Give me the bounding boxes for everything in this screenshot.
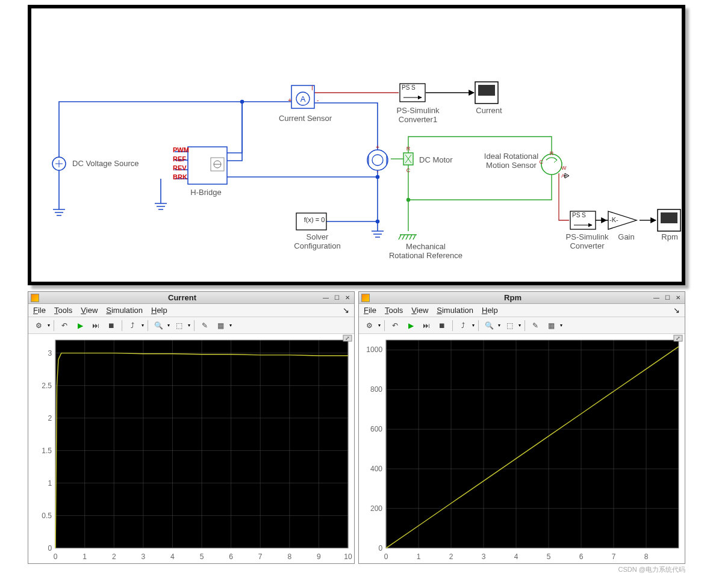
run-icon[interactable]: ▶ [73, 319, 87, 332]
port-ref: REF [173, 155, 186, 162]
close-button[interactable]: ✕ [674, 294, 682, 302]
svg-text:1.5: 1.5 [42, 447, 52, 455]
menu-overflow-icon[interactable]: ↘ [673, 306, 680, 315]
settings-icon[interactable]: ⚙ [363, 319, 376, 332]
svg-rect-34 [661, 212, 677, 223]
gain-text: -K- [609, 216, 618, 223]
app-icon [31, 294, 39, 302]
autoscale-icon[interactable]: ⬚ [503, 319, 516, 332]
menu-overflow-icon[interactable]: ↘ [343, 306, 349, 315]
solver-text: f(x) = 0 [299, 216, 329, 223]
svg-text:1: 1 [48, 479, 52, 487]
ps-conv1-text: PS S [402, 84, 416, 91]
label-mech-rot-ref: Mechanical Rotational Reference [381, 242, 471, 260]
footer-credit: CSDN @电力系统代码 [0, 564, 713, 578]
title-bar-rpm[interactable]: Rpm — ☐ ✕ [359, 292, 685, 304]
measure-icon[interactable]: ▦ [544, 319, 558, 332]
step-forward-icon[interactable]: ⏭ [420, 319, 433, 332]
svg-point-0 [241, 101, 244, 104]
svg-text:0: 0 [54, 552, 58, 561]
menu-bar-rpm: File Tools View Simulation Help ↘ [359, 304, 685, 317]
svg-rect-75 [386, 340, 679, 548]
svg-text:5: 5 [547, 552, 551, 561]
step-back-icon[interactable]: ↶ [58, 319, 71, 332]
svg-text:9: 9 [317, 552, 321, 561]
label-h-bridge: H-Bridge [185, 188, 227, 197]
label-ideal-rot-sensor: Ideal Rotational Motion Sensor [478, 152, 544, 170]
label-rpm-scope: Rpm [655, 232, 685, 241]
toolbar-rpm: ⚙▾ ↶ ▶ ⏭ ⏹ ⤴▾ 🔍▾ ⬚▾ ✎ ▦▾ [359, 317, 685, 334]
svg-text:2: 2 [112, 552, 116, 561]
label-current-scope: Current [471, 106, 507, 115]
menu-tools[interactable]: Tools [385, 306, 403, 315]
maximize-button[interactable]: ☐ [332, 294, 341, 302]
menu-file[interactable]: File [364, 306, 376, 315]
svg-text:+: + [288, 97, 291, 104]
svg-text:8: 8 [287, 552, 291, 561]
scope-window-rpm: Rpm — ☐ ✕ File Tools View Simulation Hel… [358, 291, 685, 564]
svg-text:+: + [376, 144, 379, 150]
svg-text:800: 800 [370, 385, 382, 394]
toolbar-current: ⚙▾ ↶ ▶ ⏭ ⏹ ⤴▾ 🔍▾ ⬚▾ ✎ ▦▾ [28, 317, 354, 334]
menu-view[interactable]: View [81, 306, 98, 315]
menu-simulation[interactable]: Simulation [106, 306, 143, 315]
scope-windows-container: Current — ☐ ✕ File Tools View Simulation… [0, 291, 713, 564]
svg-text:A: A [300, 94, 306, 104]
svg-text:⤢: ⤢ [676, 335, 680, 341]
autoscale-icon[interactable]: ⬚ [172, 319, 185, 332]
menu-view[interactable]: View [411, 306, 428, 315]
svg-text:7: 7 [612, 552, 616, 561]
zoom-icon[interactable]: 🔍 [482, 319, 496, 332]
minimize-button[interactable]: — [322, 294, 330, 302]
cursor-icon[interactable]: ✎ [529, 319, 542, 332]
menu-help[interactable]: Help [151, 306, 167, 315]
stop-icon[interactable]: ⏹ [435, 319, 449, 332]
menu-simulation[interactable]: Simulation [437, 306, 473, 315]
label-solver-config: Solver Configuration [290, 232, 344, 250]
label-dc-voltage-source: DC Voltage Source [72, 159, 139, 168]
step-forward-icon[interactable]: ⏭ [89, 319, 102, 332]
menu-tools[interactable]: Tools [54, 306, 72, 315]
zoom-icon[interactable]: 🔍 [152, 319, 165, 332]
svg-text:-: - [317, 97, 319, 104]
svg-text:-: - [376, 168, 378, 175]
svg-point-3 [407, 199, 410, 202]
simulink-diagram-panel: A I + - + - R C C R W A [28, 5, 685, 285]
plot-area-rpm[interactable]: 01234567802004006008001000⤢ [359, 334, 685, 563]
svg-text:W: W [561, 165, 567, 171]
title-bar-current[interactable]: Current — ☐ ✕ [28, 292, 354, 304]
menu-bar-current: File Tools View Simulation Help ↘ [28, 304, 354, 317]
svg-text:8: 8 [644, 552, 649, 561]
menu-file[interactable]: File [33, 306, 46, 315]
svg-text:400: 400 [370, 465, 382, 473]
svg-text:C: C [406, 167, 411, 173]
stop-icon[interactable]: ⏹ [105, 319, 118, 332]
run-icon[interactable]: ▶ [404, 319, 417, 332]
cursor-icon[interactable]: ✎ [198, 319, 211, 332]
settings-icon[interactable]: ⚙ [32, 319, 45, 332]
port-rev: REV [173, 164, 187, 172]
svg-text:4: 4 [170, 552, 175, 561]
step-back-icon[interactable]: ↶ [388, 319, 402, 332]
plot-area-current[interactable]: 01234567891000.511.522.53⤢ [28, 334, 354, 563]
minimize-button[interactable]: — [652, 294, 661, 302]
svg-text:I: I [311, 85, 313, 91]
svg-point-21 [367, 150, 388, 170]
maximize-button[interactable]: ☐ [663, 294, 671, 302]
highlight-icon[interactable]: ⤴ [456, 319, 470, 332]
svg-text:5: 5 [200, 552, 204, 561]
svg-text:3: 3 [142, 552, 146, 561]
svg-text:600: 600 [370, 425, 382, 433]
svg-text:6: 6 [579, 552, 584, 561]
label-ps-conv1: PS-Simulink Converter1 [391, 106, 445, 124]
svg-text:6: 6 [229, 552, 233, 561]
svg-text:1: 1 [83, 552, 87, 561]
svg-text:3: 3 [482, 552, 486, 561]
measure-icon[interactable]: ▦ [214, 319, 227, 332]
close-button[interactable]: ✕ [343, 294, 352, 302]
menu-help[interactable]: Help [482, 306, 498, 315]
svg-text:200: 200 [370, 504, 382, 513]
svg-rect-20 [478, 85, 495, 96]
scope-window-current: Current — ☐ ✕ File Tools View Simulation… [28, 291, 355, 564]
highlight-icon[interactable]: ⤴ [126, 319, 139, 332]
